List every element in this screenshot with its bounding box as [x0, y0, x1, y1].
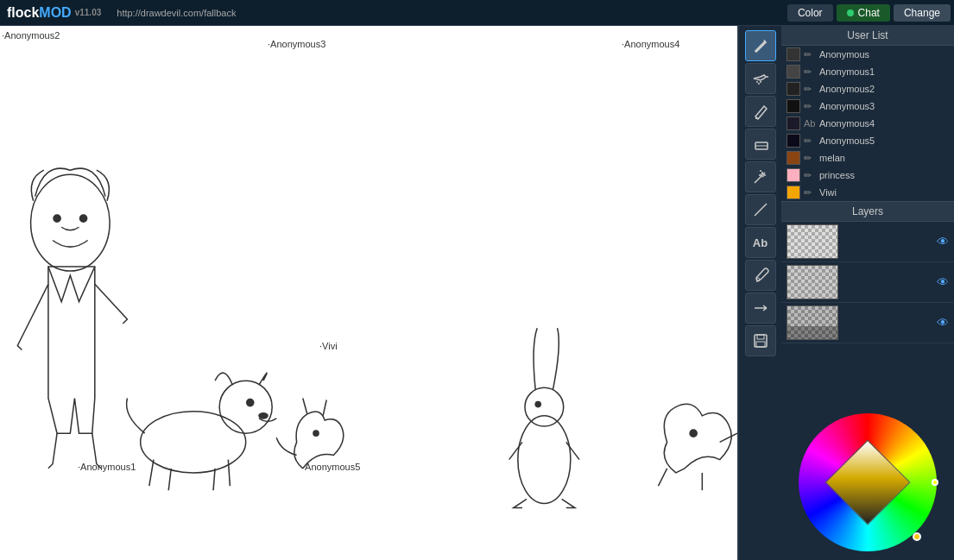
tool-save[interactable] — [745, 325, 776, 356]
user-color-melan — [787, 151, 800, 165]
svg-point-6 — [259, 413, 268, 418]
svg-point-12 — [756, 81, 758, 83]
chat-status-dot — [847, 9, 854, 16]
chat-button[interactable]: Chat — [837, 4, 890, 22]
user-item-melan[interactable]: ✏ melan — [781, 149, 954, 167]
app-name-mod: MOD — [39, 5, 71, 21]
user-color-anonymous — [787, 47, 800, 61]
svg-rect-21 — [756, 342, 765, 347]
user-name-anonymous4: Anonymous4 — [819, 118, 875, 129]
svg-point-14 — [760, 81, 761, 83]
user-color-anonymous1 — [787, 65, 800, 79]
canvas-area[interactable]: ·Anonymous2 ·Anonymous3 ·Anonymous4 ·Viv… — [0, 26, 738, 560]
svg-point-10 — [690, 430, 697, 437]
tools-panel: Ab — [738, 26, 781, 560]
user-color-viwi — [787, 186, 800, 199]
layer-item-2[interactable]: 👁 — [781, 262, 954, 303]
svg-point-1 — [54, 215, 60, 222]
user-name-princess: princess — [819, 170, 855, 180]
user-name-anonymous1: Anonymous1 — [819, 66, 875, 77]
user-pencil-icon-4: Ab — [804, 118, 816, 129]
user-pencil-icon-2: ✏ — [804, 84, 816, 95]
user-name-anonymous3: Anonymous3 — [819, 101, 875, 111]
user-name-anonymous: Anonymous — [819, 49, 869, 60]
user-list-header: User List — [781, 26, 954, 46]
user-name-viwi: Viwi — [819, 187, 837, 198]
user-pencil-icon-viwi: ✏ — [804, 187, 816, 198]
user-list: ✏ Anonymous ✏ Anonymous1 ✏ Anonymous2 ✏ … — [781, 46, 954, 201]
svg-point-4 — [219, 381, 272, 433]
app-name-flock: flock — [7, 5, 39, 21]
chat-label: Chat — [858, 7, 880, 19]
app-version: v11.03 — [75, 8, 102, 17]
app-logo: flockMOD v11.03 — [0, 5, 108, 21]
user-color-anonymous5 — [787, 134, 800, 148]
user-pencil-icon-1: ✏ — [804, 66, 816, 78]
color-button[interactable]: Color — [787, 4, 833, 22]
svg-point-9 — [535, 402, 540, 407]
layer-thumb-2 — [787, 265, 838, 299]
layer-eye-3[interactable]: 👁 — [937, 316, 949, 330]
tool-line[interactable] — [745, 194, 776, 225]
user-item-viwi[interactable]: ✏ Viwi — [781, 184, 954, 201]
main-layout: ·Anonymous2 ·Anonymous3 ·Anonymous4 ·Viv… — [0, 26, 954, 560]
right-panel: User List ✏ Anonymous ✏ Anonymous1 ✏ Ano… — [781, 26, 954, 560]
user-color-anonymous4 — [787, 116, 800, 130]
user-pencil-icon-5: ✏ — [804, 135, 816, 147]
user-pencil-icon-3: ✏ — [804, 101, 816, 112]
user-list-section: User List ✏ Anonymous ✏ Anonymous1 ✏ Ano… — [781, 26, 954, 202]
user-item-anonymous4[interactable]: Ab Anonymous4 — [781, 115, 954, 132]
user-name-anonymous2: Anonymous2 — [819, 84, 875, 94]
color-hue-indicator — [932, 479, 938, 486]
svg-point-8 — [525, 387, 564, 426]
svg-point-13 — [758, 83, 760, 85]
user-name-anonymous5: Anonymous5 — [819, 135, 875, 146]
user-pencil-icon-princess: ✏ — [804, 170, 816, 181]
topbar: flockMOD v11.03 http://drawdevil.com/fal… — [0, 0, 954, 26]
user-color-princess — [787, 168, 800, 182]
svg-point-11 — [313, 431, 319, 436]
tool-airbrush[interactable] — [745, 63, 776, 94]
layer-eye-2[interactable]: 👁 — [937, 275, 949, 289]
change-button[interactable]: Change — [894, 4, 951, 22]
user-color-anonymous3 — [787, 99, 800, 113]
user-pencil-icon: ✏ — [804, 49, 816, 60]
app-url: http://drawdevil.com/fallback — [108, 8, 787, 18]
tool-text[interactable]: Ab — [745, 227, 776, 258]
user-item-anonymous5[interactable]: ✏ Anonymous5 — [781, 132, 954, 149]
tool-magic[interactable] — [745, 161, 776, 192]
svg-point-3 — [141, 412, 246, 473]
color-wheel-dot — [913, 532, 921, 541]
topbar-actions: Color Chat Change — [787, 4, 951, 22]
layer-eye-1[interactable]: 👁 — [937, 235, 949, 249]
layer-item-1[interactable]: 👁 — [781, 222, 954, 262]
tool-eyedropper[interactable] — [745, 260, 776, 291]
canvas-drawing — [0, 26, 737, 560]
svg-point-5 — [247, 400, 254, 406]
user-item-anonymous3[interactable]: ✏ Anonymous3 — [781, 98, 954, 115]
layers-section: Layers 👁 👁 👁 — [781, 202, 954, 405]
layer-thumb-3 — [787, 305, 838, 340]
tool-move[interactable] — [745, 293, 776, 324]
svg-point-7 — [518, 416, 571, 504]
svg-line-17 — [755, 204, 767, 216]
user-item-anonymous[interactable]: ✏ Anonymous — [781, 46, 954, 63]
user-item-anonymous1[interactable]: ✏ Anonymous1 — [781, 63, 954, 80]
layers-header: Layers — [781, 202, 954, 222]
user-color-anonymous2 — [787, 82, 800, 96]
user-pencil-icon-melan: ✏ — [804, 153, 816, 164]
tool-brush[interactable] — [745, 30, 776, 61]
color-wheel-section — [781, 405, 954, 560]
user-name-melan: melan — [819, 153, 845, 163]
svg-point-2 — [80, 215, 87, 222]
svg-point-0 — [31, 174, 111, 271]
tool-pencil[interactable] — [745, 96, 776, 127]
user-item-princess[interactable]: ✏ princess — [781, 167, 954, 184]
tool-eraser[interactable] — [745, 129, 776, 160]
layer-item-3[interactable]: 👁 — [781, 303, 954, 343]
layer-thumb-1 — [787, 224, 838, 259]
user-item-anonymous2[interactable]: ✏ Anonymous2 — [781, 80, 954, 98]
